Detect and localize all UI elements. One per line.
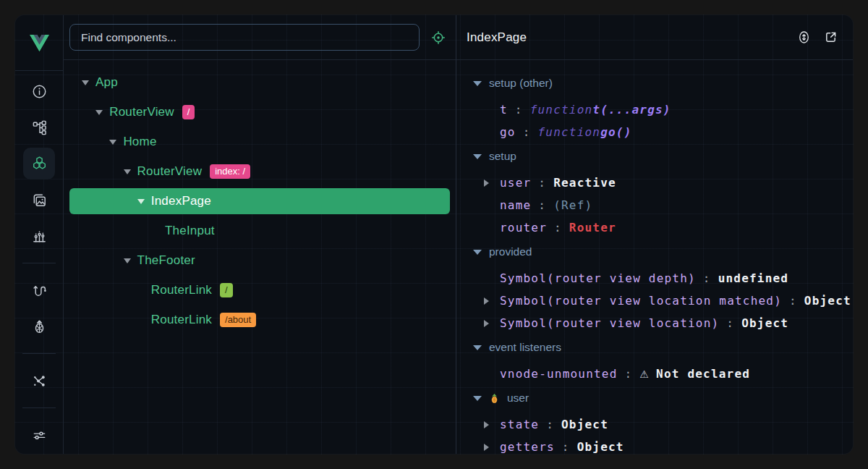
section-rows: vnode-unmounted:⚠Not declared	[456, 363, 853, 385]
tree-row-label: RouterLink	[151, 313, 212, 327]
collapse-arrow-icon[interactable]	[95, 110, 103, 115]
tree-row[interactable]: Home	[69, 129, 450, 155]
property-key: t	[500, 103, 508, 117]
property-row: Symbol(router view depth):undefined	[456, 267, 853, 290]
tree-row[interactable]: RouterLink/	[69, 277, 450, 303]
inspector-section: providedSymbol(router view depth):undefi…	[456, 239, 853, 334]
property-row[interactable]: Symbol(router view location matched):Obj…	[456, 290, 853, 312]
tree-row[interactable]: RouterView/	[69, 99, 450, 125]
expand-arrow-icon[interactable]	[484, 444, 489, 451]
tree-row-label: TheInput	[165, 224, 215, 238]
tree-row-label: TheFooter	[137, 253, 195, 268]
expand-arrow-icon[interactable]	[484, 179, 489, 187]
colon: :	[555, 440, 577, 454]
open-in-editor-icon[interactable]	[823, 30, 838, 45]
tree-row-badge: /	[182, 105, 195, 120]
sidebar-item-overview[interactable]	[25, 77, 54, 106]
section-header[interactable]: setup	[456, 143, 853, 169]
property-value: Object	[561, 418, 608, 431]
sidebar-item-graph[interactable]	[25, 366, 54, 395]
sidebar-item-settings[interactable]	[25, 421, 54, 449]
inspector-title: IndexPage	[467, 30, 785, 45]
tree-row-label: IndexPage	[151, 194, 211, 208]
section-title: setup (other)	[489, 77, 553, 90]
target-icon[interactable]	[430, 30, 446, 46]
pinia-icon	[31, 318, 48, 335]
expand-arrow-slot	[484, 444, 500, 451]
collapse-arrow-icon[interactable]	[473, 154, 482, 159]
tree-row-label: RouterView	[137, 164, 203, 179]
property-key: Symbol(router view depth)	[500, 271, 696, 285]
activity-bar	[15, 15, 64, 454]
collapse-arrow-icon[interactable]	[473, 345, 482, 350]
property-row[interactable]: Symbol(router view location):Object	[456, 312, 853, 334]
tree-row-badge: /	[220, 283, 233, 298]
collapse-arrow-icon[interactable]	[137, 199, 145, 204]
section-header[interactable]: user	[456, 385, 853, 411]
property-row[interactable]: user:Reactive	[456, 172, 853, 194]
sidebar-item-assets[interactable]	[25, 185, 54, 214]
expand-arrow-icon[interactable]	[484, 297, 489, 305]
collapse-arrow-icon[interactable]	[124, 169, 131, 174]
collapse-arrow-icon[interactable]	[473, 250, 482, 255]
expand-arrow-icon[interactable]	[484, 421, 489, 428]
section-rows: state:Objectgetters:Object	[456, 413, 853, 454]
property-key: Symbol(router view location)	[500, 316, 719, 330]
pineapple-emoji-icon	[489, 393, 500, 404]
property-value: ⚠	[639, 368, 650, 380]
section-rows: user:Reactivename:(Ref)router:Router	[456, 172, 853, 239]
property-value: Router	[569, 221, 616, 234]
property-key: user	[500, 176, 531, 190]
assets-icon	[31, 192, 48, 208]
sidebar-item-router[interactable]	[25, 276, 54, 305]
property-row[interactable]: getters:Object	[456, 436, 853, 454]
tree-row[interactable]: RouterLink/about	[69, 307, 450, 333]
section-header[interactable]: event listeners	[456, 334, 853, 360]
property-key: vnode-unmounted	[500, 367, 618, 381]
property-value: function	[538, 125, 601, 139]
sidebar-item-pages[interactable]	[25, 113, 54, 142]
tree-row[interactable]: IndexPage	[69, 188, 450, 214]
collapse-arrow-icon[interactable]	[124, 258, 131, 263]
sidebar-item-pinia[interactable]	[25, 312, 54, 341]
section-header[interactable]: setup (other)	[456, 70, 853, 96]
collapse-arrow-icon[interactable]	[82, 80, 89, 85]
tree-row[interactable]: TheFooter	[69, 248, 450, 274]
pinia-store-icon	[489, 393, 500, 404]
property-key: router	[500, 221, 547, 234]
colon: :	[618, 367, 640, 381]
sidebar-item-components[interactable]	[23, 148, 55, 179]
vue-logo	[15, 15, 63, 71]
tree-row[interactable]: RouterViewindex: /	[69, 159, 450, 185]
sidebar-item-timeline[interactable]	[25, 221, 54, 250]
expand-arrow-icon[interactable]	[484, 320, 489, 327]
sidebar-items	[15, 71, 63, 454]
inspector-section: event listenersvnode-unmounted:⚠Not decl…	[456, 334, 853, 385]
expand-arrow-slot	[484, 421, 500, 428]
property-row[interactable]: state:Object	[456, 413, 853, 436]
tree-row[interactable]: App	[69, 69, 450, 96]
main-panels: AppRouterView/HomeRouterViewindex: /Inde…	[64, 15, 853, 454]
inspector-section: setup (other)t:function t(...args)go:fun…	[456, 70, 853, 143]
scroll-to-component-icon[interactable]	[796, 30, 812, 45]
devtools-window: AppRouterView/HomeRouterViewindex: /Inde…	[14, 14, 854, 455]
tree-arrow-slot	[82, 80, 95, 85]
section-rows: Symbol(router view depth):undefinedSymbo…	[456, 267, 853, 334]
vue-logo-icon	[30, 35, 49, 51]
property-value: Object	[741, 316, 788, 330]
property-value: Reactive	[553, 176, 616, 190]
tree-row[interactable]: TheInput	[69, 218, 450, 244]
section-title: setup	[489, 150, 516, 163]
collapse-arrow-icon[interactable]	[473, 81, 482, 86]
collapse-arrow-icon[interactable]	[109, 140, 116, 145]
sidebar-divider	[22, 353, 56, 354]
collapse-arrow-icon[interactable]	[473, 396, 482, 401]
colon: :	[719, 316, 741, 330]
colon: :	[516, 125, 538, 139]
search-input[interactable]	[69, 24, 420, 51]
router-icon	[31, 282, 48, 299]
section-header[interactable]: provided	[456, 239, 853, 265]
sidebar-divider	[22, 263, 56, 263]
property-row: vnode-unmounted:⚠Not declared	[456, 363, 853, 385]
tree-row-badge: /about	[220, 313, 256, 328]
